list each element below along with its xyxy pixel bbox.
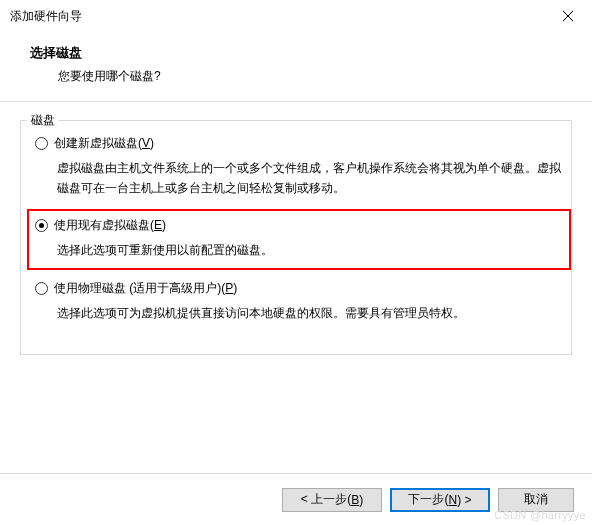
option-label: 使用现有虚拟磁盘(E) xyxy=(54,217,166,234)
option-create-new-disk: 创建新虚拟磁盘(V) 虚拟磁盘由主机文件系统上的一个或多个文件组成，客户机操作系… xyxy=(31,135,561,199)
close-button[interactable] xyxy=(546,1,590,31)
radio-use-physical-disk[interactable]: 使用物理磁盘 (适用于高级用户)(P) xyxy=(35,280,561,297)
highlight-box: 使用现有虚拟磁盘(E) 选择此选项可重新使用以前配置的磁盘。 xyxy=(27,209,571,270)
radio-icon xyxy=(35,137,48,150)
option-description: 选择此选项可重新使用以前配置的磁盘。 xyxy=(57,240,561,260)
option-description: 选择此选项可为虚拟机提供直接访问本地硬盘的权限。需要具有管理员特权。 xyxy=(57,303,561,323)
group-label: 磁盘 xyxy=(27,112,59,129)
back-button[interactable]: < 上一步(B) xyxy=(282,488,382,512)
wizard-header: 选择磁盘 您要使用哪个磁盘? xyxy=(0,32,592,102)
option-label: 使用物理磁盘 (适用于高级用户)(P) xyxy=(54,280,237,297)
disk-group: 磁盘 创建新虚拟磁盘(V) 虚拟磁盘由主机文件系统上的一个或多个文件组成，客户机… xyxy=(20,120,572,355)
option-use-physical-disk: 使用物理磁盘 (适用于高级用户)(P) 选择此选项可为虚拟机提供直接访问本地硬盘… xyxy=(31,280,561,323)
next-button[interactable]: 下一步(N) > xyxy=(390,488,490,512)
page-heading: 选择磁盘 xyxy=(0,44,592,62)
window-title: 添加硬件向导 xyxy=(10,8,82,25)
option-use-existing-disk: 使用现有虚拟磁盘(E) 选择此选项可重新使用以前配置的磁盘。 xyxy=(31,217,561,260)
page-subheading: 您要使用哪个磁盘? xyxy=(0,68,592,85)
radio-icon xyxy=(35,282,48,295)
content-area: 磁盘 创建新虚拟磁盘(V) 虚拟磁盘由主机文件系统上的一个或多个文件组成，客户机… xyxy=(0,102,592,355)
cancel-button[interactable]: 取消 xyxy=(498,488,574,512)
option-label: 创建新虚拟磁盘(V) xyxy=(54,135,154,152)
wizard-footer: < 上一步(B) 下一步(N) > 取消 xyxy=(0,473,592,525)
radio-use-existing-disk[interactable]: 使用现有虚拟磁盘(E) xyxy=(35,217,561,234)
radio-icon xyxy=(35,219,48,232)
titlebar: 添加硬件向导 xyxy=(0,0,592,32)
option-description: 虚拟磁盘由主机文件系统上的一个或多个文件组成，客户机操作系统会将其视为单个硬盘。… xyxy=(57,158,561,199)
radio-create-new-disk[interactable]: 创建新虚拟磁盘(V) xyxy=(35,135,561,152)
close-icon xyxy=(563,11,573,21)
